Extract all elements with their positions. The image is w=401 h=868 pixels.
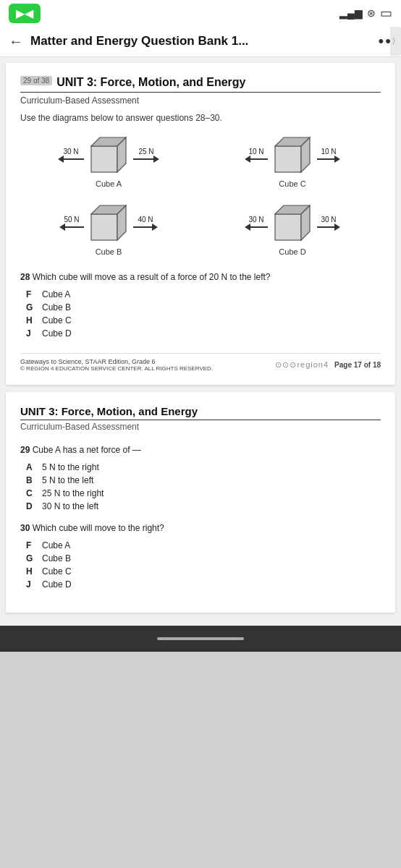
arrow-shaft (317, 158, 334, 160)
cube-b-svg (88, 203, 129, 243)
cube-d-svg (272, 203, 313, 243)
q28-body: Which cube will move as a result of a fo… (33, 272, 271, 282)
cube-b-label: Cube B (96, 247, 122, 256)
list-item: G Cube B (26, 302, 381, 312)
list-item: D 30 N to the left (26, 501, 381, 511)
option-letter-a: A (26, 462, 36, 472)
arrow-shaft (250, 226, 268, 228)
page-footer: Gateways to Science, STAAR Edition, Grad… (20, 353, 381, 372)
home-indicator (157, 637, 244, 640)
option-text-c: 25 N to the right (42, 488, 104, 498)
option-text-h: Cube C (42, 315, 72, 326)
arrow-head-left-icon (59, 224, 65, 231)
wifi-icon: ⊛ (367, 7, 376, 19)
svg-rect-0 (91, 146, 117, 172)
option-text-j: Cube D (42, 328, 72, 339)
video-icon: ▶◀ (9, 4, 41, 23)
option-text-a: 5 N to the right (42, 462, 99, 472)
option-letter-d: D (26, 501, 36, 511)
cube-c-row: 10 N 10 N (245, 135, 340, 175)
option-text-f: Cube A (42, 289, 70, 299)
list-item: H Cube C (26, 566, 381, 576)
cube-c-left-force: 10 N (248, 148, 263, 156)
cube-b-right-force: 40 N (138, 216, 153, 224)
signal-icon: ▂▄▆ (339, 7, 363, 19)
nav-title: Matter and Energy Question Bank 1... (30, 34, 371, 48)
cube-b-left-force: 50 N (64, 216, 79, 224)
cube-c-label: Cube C (279, 179, 305, 188)
cube-d-diagram: 30 N 30 N (204, 203, 381, 256)
list-item: J Cube D (26, 328, 381, 339)
list-item: J Cube D (26, 579, 381, 590)
q29-text: 29 Cube A has a net force of — (20, 443, 381, 456)
back-button[interactable]: ← (9, 33, 23, 50)
cube-c-right-force: 10 N (321, 148, 336, 156)
cube-a-label: Cube A (96, 179, 122, 188)
bottom-bar (0, 626, 401, 652)
footer-title: Gateways to Science, STAAR Edition, Grad… (20, 358, 213, 365)
question-29: 29 Cube A has a net force of — A 5 N to … (20, 443, 381, 511)
unit-title-2: UNIT 3: Force, Motion, and Energy (20, 405, 381, 420)
cube-b-diagram: 50 N 40 N (20, 203, 197, 256)
option-letter-g: G (26, 302, 36, 312)
option-text-f: Cube A (42, 540, 70, 550)
list-item: H Cube C (26, 315, 381, 326)
cube-d-label: Cube D (279, 247, 305, 256)
option-letter-h: H (26, 566, 36, 576)
list-item: F Cube A (26, 540, 381, 550)
nav-bar: ← Matter and Energy Question Bank 1... •… (0, 26, 401, 57)
cube-d-row: 30 N 30 N (245, 203, 340, 243)
option-letter-g: G (26, 553, 36, 563)
arrow-shaft (317, 226, 334, 228)
footer-copy: © REGION 4 EDUCATION SERVICE CENTER. ALL… (20, 365, 213, 372)
cube-d-left-force: 30 N (248, 216, 263, 224)
footer-left: Gateways to Science, STAAR Edition, Grad… (20, 358, 213, 372)
subtitle: Curriculum-Based Assessment (20, 95, 381, 106)
instructions: Use the diagrams below to answer questio… (20, 113, 381, 123)
chevron-right-icon[interactable]: 〉 (390, 27, 401, 56)
cube-a-right-force: 25 N (138, 148, 153, 156)
option-text-h: Cube C (42, 566, 72, 576)
list-item: C 25 N to the right (26, 488, 381, 498)
list-item: B 5 N to the left (26, 475, 381, 485)
footer-logo: ⊙⊙⊙region4 (275, 360, 329, 370)
cubes-grid: 30 N (20, 135, 381, 256)
option-text-d: 30 N to the left (42, 501, 98, 511)
q28-text: 28 Which cube will move as a result of a… (20, 271, 381, 284)
arrow-head-right-icon (153, 156, 159, 163)
q30-text: 30 Which cube will move to the right? (20, 522, 381, 535)
cube-b-row: 50 N 40 N (59, 203, 158, 243)
page-badge: 29 of 38 (20, 76, 52, 85)
arrow-head-left-icon (245, 156, 250, 163)
option-text-g: Cube B (42, 302, 71, 312)
option-text-b: 5 N to the left (42, 475, 93, 485)
unit-header: 29 of 38 UNIT 3: Force, Motion, and Ener… (20, 76, 381, 93)
option-letter-f: F (26, 540, 36, 550)
list-item: A 5 N to the right (26, 462, 381, 472)
option-text-g: Cube B (42, 553, 71, 563)
arrow-shaft (65, 226, 84, 228)
arrow-shaft (250, 158, 268, 160)
q30-num: 30 (20, 523, 30, 533)
cube-a-left-force: 30 N (63, 148, 78, 156)
page-container: 29 of 38 UNIT 3: Force, Motion, and Ener… (0, 57, 401, 626)
list-item: F Cube A (26, 289, 381, 299)
arrow-shaft (64, 158, 84, 160)
question-28: 28 Which cube will move as a result of a… (20, 271, 381, 339)
q29-num: 29 (20, 445, 30, 455)
unit-subtitle-2: Curriculum-Based Assessment (20, 422, 381, 432)
option-letter-h: H (26, 315, 36, 326)
option-text-j: Cube D (42, 579, 72, 590)
status-right: ▂▄▆ ⊛ ▭ (339, 5, 392, 21)
list-item: G Cube B (26, 553, 381, 563)
cube-a-diagram: 30 N (20, 135, 197, 188)
q28-options: F Cube A G Cube B H Cube C J Cube D (20, 289, 381, 339)
unit-title: UNIT 3: Force, Motion, and Energy (56, 76, 245, 89)
cube-a-row: 30 N (58, 135, 159, 175)
page-num: Page 17 of 18 (334, 361, 381, 369)
cube-c-svg (272, 135, 313, 175)
q30-body: Which cube will move to the right? (33, 523, 164, 533)
cube-d-right-force: 30 N (321, 216, 336, 224)
unit-title-text: UNIT 3: Force, Motion, and Energy (20, 405, 198, 417)
q29-body: Cube A has a net force of — (33, 445, 141, 455)
